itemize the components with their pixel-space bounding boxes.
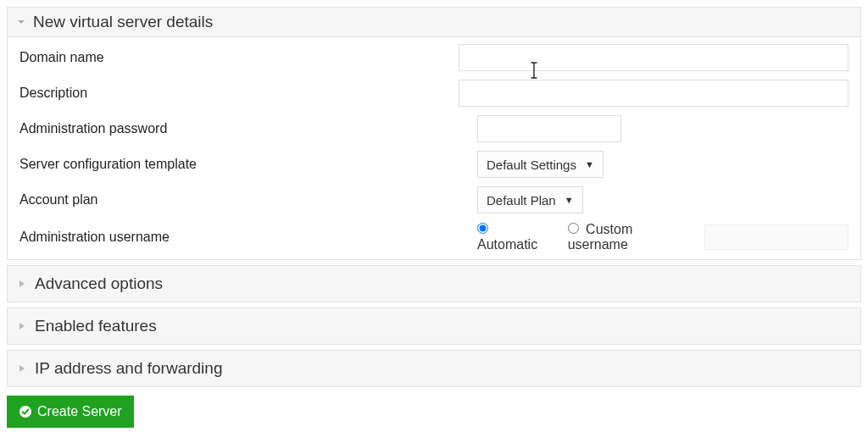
section-body-details: Domain name Description Administration p… [7,37,861,260]
radio-automatic-label[interactable]: Automatic [477,222,553,252]
plan-selected-value: Default Plan [487,193,556,208]
label-plan: Account plan [19,192,477,208]
radio-automatic[interactable] [477,223,488,234]
section-title-advanced: Advanced options [35,274,163,293]
section-header-details[interactable]: New virtual server details [7,7,861,37]
row-admin-password: Administration password [19,115,849,142]
label-template: Server configuration template [19,157,477,172]
admin-password-input[interactable] [477,115,621,142]
custom-username-input[interactable] [704,224,849,250]
section-title-features: Enabled features [35,317,157,335]
chevron-right-icon [18,321,26,331]
check-circle-icon [19,405,32,418]
row-description: Description [19,80,849,107]
label-admin-password: Administration password [19,121,477,136]
section-header-advanced[interactable]: Advanced options [7,265,861,302]
radio-custom[interactable] [568,223,579,234]
label-domain: Domain name [19,50,459,65]
template-selected-value: Default Settings [487,158,576,172]
label-admin-user: Administration username [19,230,477,245]
template-select[interactable]: Default Settings ▼ [477,151,604,178]
create-server-label: Create Server [37,404,122,419]
section-header-features[interactable]: Enabled features [7,307,861,345]
row-template: Server configuration template Default Se… [19,151,849,178]
row-domain: Domain name [19,44,849,71]
chevron-right-icon [18,363,26,374]
caret-down-icon: ▼ [585,159,594,169]
section-title-details: New virtual server details [33,13,213,31]
label-description: Description [19,86,459,101]
row-plan: Account plan Default Plan ▼ [19,186,849,213]
section-header-ip[interactable]: IP address and forwarding [7,350,861,387]
chevron-right-icon [18,279,26,289]
row-admin-user: Administration username Automatic Custom… [19,222,849,252]
description-input[interactable] [459,80,849,107]
domain-name-input[interactable] [459,44,849,71]
radio-automatic-text: Automatic [477,237,537,252]
plan-select[interactable]: Default Plan ▼ [477,186,583,213]
section-title-ip: IP address and forwarding [35,359,222,378]
admin-user-radio-group: Automatic Custom username [477,222,849,252]
radio-custom-label[interactable]: Custom username [568,222,693,252]
caret-down-icon: ▼ [565,195,574,205]
create-server-button[interactable]: Create Server [7,396,134,428]
chevron-down-icon [16,17,26,27]
